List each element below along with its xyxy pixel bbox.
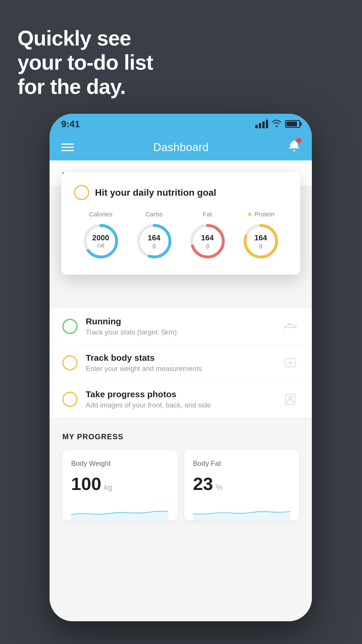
protein-unit: g <box>254 242 267 249</box>
nutrition-fat: Fat 164 g <box>189 211 226 260</box>
notification-badge <box>296 138 301 143</box>
carbs-label: Carbs <box>145 211 163 218</box>
nutrition-check-circle <box>74 185 89 200</box>
nutrition-card-title: Hit your daily nutrition goal <box>95 187 216 198</box>
fat-value: 164 <box>201 234 214 242</box>
photos-title: Take progress photos <box>86 389 282 399</box>
nutrition-carbs: Carbs 164 g <box>135 211 173 260</box>
signal-icon <box>255 120 268 128</box>
body-fat-value-row: 23 % <box>193 473 290 494</box>
body-fat-value: 23 <box>193 473 213 494</box>
hamburger-button[interactable] <box>61 144 74 151</box>
body-fat-card: Body Fat 23 % <box>184 450 299 520</box>
calories-unit: cal <box>92 242 109 249</box>
running-text: Running Track your stats (target: 5km) <box>86 316 282 336</box>
wifi-icon <box>272 119 282 129</box>
body-weight-chart <box>71 503 168 520</box>
progress-section: MY PROGRESS Body Weight 100 kg <box>50 418 312 529</box>
bodystats-text: Track body stats Enter your weight and m… <box>86 353 282 373</box>
body-fat-chart <box>193 503 290 520</box>
progress-cards: Body Weight 100 kg Body Fat <box>62 450 299 520</box>
nutrition-protein: ★ Protein 164 g <box>242 211 280 260</box>
status-time: 9:41 <box>61 119 80 130</box>
calories-label: Calories <box>89 211 113 218</box>
calories-value: 2000 <box>92 234 109 242</box>
nav-title: Dashboard <box>153 141 209 154</box>
body-weight-title: Body Weight <box>71 459 168 468</box>
fat-label: Fat <box>203 211 212 218</box>
star-icon: ★ <box>247 211 253 218</box>
phone-content: THINGS TO DO TODAY Hit your daily nutrit… <box>50 160 312 621</box>
protein-ring: 164 g <box>242 222 280 260</box>
photos-check-circle <box>62 392 78 407</box>
body-fat-title: Body Fat <box>193 459 290 468</box>
carbs-ring: 164 g <box>135 222 173 260</box>
fat-unit: g <box>201 242 214 249</box>
person-icon <box>282 391 299 408</box>
status-bar: 9:41 <box>50 114 312 134</box>
protein-label: ★ Protein <box>247 211 275 218</box>
body-fat-unit: % <box>216 483 223 492</box>
running-title: Running <box>86 316 282 326</box>
bodystats-title: Track body stats <box>86 353 282 363</box>
calories-ring: 2000 cal <box>82 222 120 260</box>
running-check-circle <box>62 319 78 334</box>
nutrition-calories: Calories 2000 cal <box>82 211 120 260</box>
hero-line3: for the day. <box>17 75 153 99</box>
todo-photos[interactable]: Take progress photos Add images of your … <box>50 381 312 418</box>
phone-frame: 9:41 Dashboard <box>50 114 312 621</box>
body-weight-card: Body Weight 100 kg <box>62 450 177 520</box>
photos-subtitle: Add images of your front, back, and side <box>86 401 282 409</box>
notification-button[interactable] <box>288 139 300 155</box>
bodystats-check-circle <box>62 355 78 370</box>
nutrition-card: Hit your daily nutrition goal Calories 2… <box>61 172 300 275</box>
hero-text: Quickly see your to-do list for the day. <box>17 26 153 99</box>
body-weight-value-row: 100 kg <box>71 473 168 494</box>
carbs-value: 164 <box>148 234 160 242</box>
carbs-unit: g <box>148 242 160 249</box>
hero-line1: Quickly see <box>17 26 153 50</box>
body-weight-unit: kg <box>104 483 112 492</box>
shoe-icon <box>282 318 299 335</box>
battery-icon <box>285 120 300 128</box>
body-weight-value: 100 <box>71 473 101 494</box>
card-title-row: Hit your daily nutrition goal <box>74 185 287 200</box>
status-icons <box>255 119 300 129</box>
nutrition-circles: Calories 2000 cal Carbs <box>74 211 287 260</box>
running-subtitle: Track your stats (target: 5km) <box>86 328 282 336</box>
nav-bar: Dashboard <box>50 134 312 160</box>
protein-value: 164 <box>254 234 267 242</box>
todo-running[interactable]: Running Track your stats (target: 5km) <box>50 308 312 345</box>
photos-text: Take progress photos Add images of your … <box>86 389 282 409</box>
todo-body-stats[interactable]: Track body stats Enter your weight and m… <box>50 345 312 381</box>
progress-title: MY PROGRESS <box>62 432 299 441</box>
todo-list: Running Track your stats (target: 5km) T… <box>50 308 312 418</box>
bodystats-subtitle: Enter your weight and measurements <box>86 365 282 373</box>
scale-icon <box>282 354 299 372</box>
svg-point-10 <box>289 396 292 399</box>
hero-line2: your to-do list <box>17 50 153 75</box>
fat-ring: 164 g <box>189 222 226 260</box>
